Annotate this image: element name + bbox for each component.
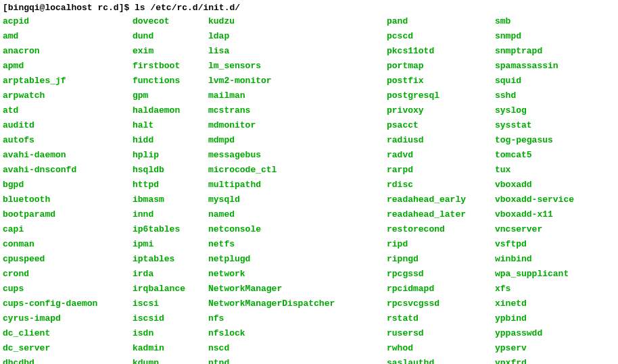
file-entry: arptables_jf — [3, 74, 133, 88]
file-entry: mysqld — [208, 192, 387, 207]
file-entry: nfslock — [208, 326, 387, 341]
file-entry: winbind — [495, 252, 574, 267]
prompt-user-host: [bingqi@localhost rc.d]$ — [3, 3, 135, 13]
file-entry: apmd — [3, 59, 133, 74]
file-entry: vboxadd — [495, 178, 574, 192]
file-entry: dund — [133, 29, 208, 44]
file-entry: atd — [3, 103, 133, 118]
file-entry: wpa_supplicant — [495, 267, 574, 282]
file-entry: ntpd — [208, 356, 387, 364]
file-entry: mdmpd — [208, 133, 387, 148]
file-entry: pkcs11otd — [387, 44, 495, 59]
file-entry: mdmonitor — [208, 118, 387, 133]
file-entry: ripngd — [387, 252, 495, 267]
file-entry: pand — [387, 14, 495, 29]
file-entry: rpcgssd — [387, 267, 495, 282]
file-entry: messagebus — [208, 148, 387, 163]
file-entry: iscsi — [133, 296, 208, 311]
file-entry: multipathd — [208, 178, 387, 192]
file-entry: snmptrapd — [495, 44, 574, 59]
file-entry: postgresql — [387, 88, 495, 103]
file-entry: NetworkManagerDispatcher — [208, 296, 387, 311]
file-entry: httpd — [133, 178, 208, 192]
file-entry: restorecond — [387, 222, 495, 237]
file-entry: dc_server — [3, 341, 133, 356]
file-entry: netfs — [208, 237, 387, 252]
file-entry: saslauthd — [387, 356, 495, 364]
file-entry: haldaemon — [133, 103, 208, 118]
file-entry: network — [208, 267, 387, 282]
file-entry: tog-pegasus — [495, 133, 574, 148]
file-entry: avahi-daemon — [3, 148, 133, 163]
file-entry: xinetd — [495, 296, 574, 311]
file-entry: radiusd — [387, 133, 495, 148]
file-entry: hsqldb — [133, 163, 208, 178]
file-entry: tux — [495, 163, 574, 178]
file-entry: functions — [133, 74, 208, 88]
file-entry: ypbind — [495, 311, 574, 326]
file-entry: iscsid — [133, 311, 208, 326]
directory-listing: acpidamdanacronapmdarptables_jfarpwatcha… — [3, 14, 615, 364]
file-entry: readahead_early — [387, 192, 495, 207]
file-entry: rpcidmapd — [387, 282, 495, 296]
file-entry: syslog — [495, 103, 574, 118]
file-entry: snmpd — [495, 29, 574, 44]
file-entry: microcode_ctl — [208, 163, 387, 178]
file-entry: conman — [3, 237, 133, 252]
file-entry: exim — [133, 44, 208, 59]
file-entry: ripd — [387, 237, 495, 252]
file-entry: bootparamd — [3, 207, 133, 222]
file-entry: ibmasm — [133, 192, 208, 207]
file-entry: firstboot — [133, 59, 208, 74]
file-entry: capi — [3, 222, 133, 237]
file-entry: nfs — [208, 311, 387, 326]
file-entry: postfix — [387, 74, 495, 88]
file-entry: rusersd — [387, 326, 495, 341]
file-entry: readahead_later — [387, 207, 495, 222]
file-entry: avahi-dnsconfd — [3, 163, 133, 178]
file-entry: isdn — [133, 326, 208, 341]
file-entry: pcscd — [387, 29, 495, 44]
listing-column-5: smbsnmpdsnmptrapdspamassassinsquidsshdsy… — [495, 14, 574, 364]
file-entry: kudzu — [208, 14, 387, 29]
file-entry: vboxadd-service — [495, 192, 574, 207]
file-entry: mailman — [208, 88, 387, 103]
file-entry: vsftpd — [495, 237, 574, 252]
file-entry: spamassassin — [495, 59, 574, 74]
listing-column-4: pandpcscdpkcs11otdportmappostfixpostgres… — [387, 14, 495, 364]
file-entry: netplugd — [208, 252, 387, 267]
file-entry: ip6tables — [133, 222, 208, 237]
file-entry: ipmi — [133, 237, 208, 252]
listing-column-2: dovecotdundeximfirstbootfunctionsgpmhald… — [133, 14, 208, 364]
file-entry: tomcat5 — [495, 148, 574, 163]
file-entry: lm_sensors — [208, 59, 387, 74]
file-entry: radvd — [387, 148, 495, 163]
file-entry: kadmin — [133, 341, 208, 356]
file-entry: lvm2-monitor — [208, 74, 387, 88]
file-entry: autofs — [3, 133, 133, 148]
file-entry: rarpd — [387, 163, 495, 178]
file-entry: xfs — [495, 282, 574, 296]
file-entry: mcstrans — [208, 103, 387, 118]
file-entry: rpcsvcgssd — [387, 296, 495, 311]
file-entry: sshd — [495, 88, 574, 103]
file-entry: vboxadd-x11 — [495, 207, 574, 222]
file-entry: anacron — [3, 44, 133, 59]
file-entry: nscd — [208, 341, 387, 356]
file-entry: vncserver — [495, 222, 574, 237]
file-entry: named — [208, 207, 387, 222]
file-entry: amd — [3, 29, 133, 44]
file-entry: cyrus-imapd — [3, 311, 133, 326]
file-entry: bgpd — [3, 178, 133, 192]
file-entry: dhcdbd — [3, 356, 133, 364]
file-entry: cups-config-daemon — [3, 296, 133, 311]
file-entry: kdump — [133, 356, 208, 364]
file-entry: halt — [133, 118, 208, 133]
terminal-prompt-line: [bingqi@localhost rc.d]$ ls /etc/rc.d/in… — [3, 3, 615, 13]
file-entry: hidd — [133, 133, 208, 148]
file-entry: lisa — [208, 44, 387, 59]
file-entry: hplip — [133, 148, 208, 163]
file-entry: irda — [133, 267, 208, 282]
file-entry: dc_client — [3, 326, 133, 341]
file-entry: acpid — [3, 14, 133, 29]
